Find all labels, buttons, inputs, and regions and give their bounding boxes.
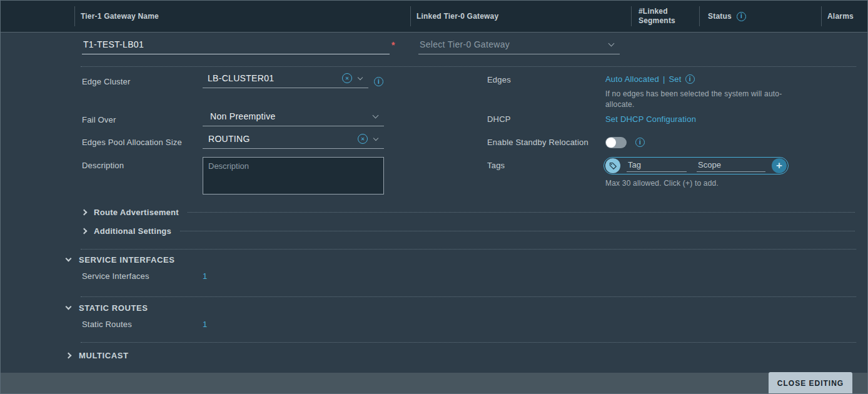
service-interfaces-row-label: Service Interfaces — [82, 271, 149, 281]
tags-helper-text: Max 30 allowed. Click (+) to add. — [605, 178, 719, 189]
header-col-alarms[interactable]: Alarms — [821, 1, 867, 32]
footer-bar — [1, 373, 867, 393]
edge-cluster-combobox[interactable]: LB-CLUSTER01 ✕ — [203, 72, 368, 88]
static-routes-section-header[interactable]: STATIC ROUTES — [66, 303, 148, 313]
dotted-separator — [81, 249, 856, 250]
gateway-name-field — [82, 38, 390, 54]
multicast-section-header[interactable]: MULTICAST — [66, 350, 129, 360]
clear-selection-icon[interactable]: ✕ — [342, 73, 352, 83]
route-advertisement-section[interactable]: Route Advertisement — [82, 207, 855, 217]
dhcp-label: DHCP — [487, 114, 511, 124]
header-col-tier0-label: Linked Tier-0 Gateway — [416, 12, 498, 21]
static-routes-count-link[interactable]: 1 — [203, 320, 207, 329]
tier1-gateway-edit-panel: Tier-1 Gateway Name Linked Tier-0 Gatewa… — [0, 0, 868, 394]
header-col-tier1-gateway-name[interactable]: Tier-1 Gateway Name — [74, 1, 410, 32]
header-cell-empty — [1, 1, 74, 32]
tag-icon — [605, 158, 620, 173]
edges-pool-allocation-combobox[interactable]: ROUTING ✕ — [203, 133, 384, 149]
enable-standby-relocation-label: Enable Standby Relocation — [487, 138, 588, 147]
status-info-icon[interactable]: i — [737, 12, 746, 21]
edge-cluster-label: Edge Cluster — [82, 77, 131, 86]
multicast-section-title: MULTICAST — [79, 351, 129, 360]
set-dhcp-configuration-link[interactable]: Set DHCP Configuration — [605, 114, 696, 124]
fail-over-label: Fail Over — [82, 115, 116, 124]
edge-cluster-info-icon[interactable]: i — [374, 77, 383, 86]
close-editing-button[interactable]: CLOSE EDITING — [769, 372, 852, 394]
add-tag-button[interactable]: + — [772, 158, 787, 173]
header-col-status[interactable]: Status i — [699, 1, 821, 32]
required-asterisk: * — [391, 40, 395, 50]
dotted-separator — [81, 66, 856, 67]
standby-relocation-info-icon[interactable]: i — [635, 138, 645, 147]
static-routes-section-title: STATIC ROUTES — [79, 303, 148, 313]
chevron-down-icon — [373, 135, 378, 140]
gateway-name-input[interactable] — [82, 38, 390, 54]
edge-cluster-value: LB-CLUSTER01 — [208, 73, 338, 83]
route-advertisement-title: Route Advertisement — [94, 208, 179, 217]
chevron-right-icon — [81, 228, 88, 234]
header-col-status-label: Status — [708, 12, 732, 21]
clear-selection-icon[interactable]: ✕ — [358, 134, 368, 144]
header-col-tier1-label: Tier-1 Gateway Name — [81, 12, 159, 21]
edges-pool-allocation-size-label: Edges Pool Allocation Size — [82, 138, 182, 147]
pool-allocation-value: ROUTING — [208, 134, 354, 144]
standby-relocation-toggle[interactable] — [605, 137, 627, 148]
chevron-down-icon — [358, 74, 363, 79]
dotted-separator — [81, 342, 856, 343]
dotted-leader — [180, 231, 855, 231]
chevron-right-icon — [66, 352, 72, 358]
additional-settings-title: Additional Settings — [94, 226, 171, 236]
chevron-down-icon — [66, 256, 72, 262]
description-textarea[interactable] — [203, 157, 384, 194]
chevron-down-icon — [66, 304, 72, 310]
edges-info-icon[interactable]: i — [685, 74, 695, 84]
edges-set-link[interactable]: Set — [669, 74, 682, 84]
dotted-separator — [81, 296, 856, 297]
chevron-right-icon — [81, 209, 88, 215]
table-header: Tier-1 Gateway Name Linked Tier-0 Gatewa… — [1, 1, 867, 33]
additional-settings-section[interactable]: Additional Settings — [82, 226, 855, 236]
description-label: Description — [82, 161, 124, 170]
edges-auto-allocated-link[interactable]: Auto Allocated — [605, 74, 659, 84]
fail-over-value: Non Preemptive — [210, 111, 368, 121]
static-routes-row-label: Static Routes — [82, 320, 132, 329]
edges-helper-text: If no edges has been selected the system… — [605, 89, 799, 111]
dotted-leader — [188, 212, 855, 213]
service-interfaces-section-header[interactable]: SERVICE INTERFACES — [66, 255, 175, 265]
tags-label: Tags — [487, 161, 505, 170]
edges-link-separator: | — [663, 74, 665, 84]
edges-links: Auto Allocated | Set i — [605, 74, 695, 84]
service-interfaces-section-title: SERVICE INTERFACES — [79, 255, 175, 265]
description-field — [203, 157, 384, 194]
header-col-segments-label: #Linked Segments — [638, 7, 699, 26]
tier0-select-placeholder: Select Tier-0 Gateway — [420, 39, 604, 49]
chevron-down-icon — [608, 41, 615, 47]
chevron-down-icon — [373, 113, 379, 119]
edges-label: Edges — [487, 75, 511, 84]
header-col-linked-tier0-gateway[interactable]: Linked Tier-0 Gateway — [410, 1, 631, 32]
header-col-linked-segments[interactable]: #Linked Segments — [631, 1, 699, 32]
tag-input[interactable] — [627, 159, 687, 172]
toggle-knob — [606, 138, 616, 148]
tags-input-group: + — [603, 157, 789, 174]
scope-input[interactable] — [697, 159, 765, 172]
tier0-gateway-select[interactable]: Select Tier-0 Gateway — [418, 38, 620, 54]
header-col-alarms-label: Alarms — [827, 12, 854, 21]
fail-over-select[interactable]: Non Preemptive — [203, 110, 384, 126]
service-interfaces-count-link[interactable]: 1 — [203, 271, 207, 281]
